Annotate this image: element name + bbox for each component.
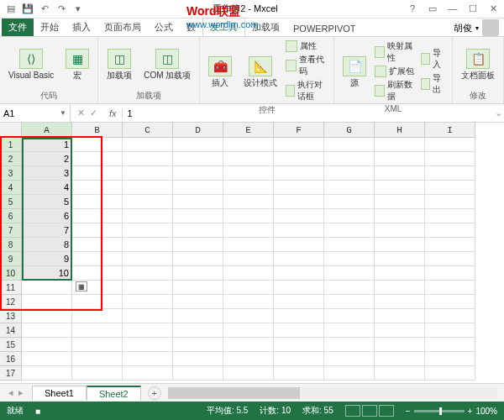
cell[interactable] — [123, 181, 173, 195]
cell[interactable] — [72, 309, 123, 323]
cell[interactable] — [123, 195, 173, 209]
cell[interactable] — [425, 352, 475, 366]
autofill-options-icon[interactable]: ▦ — [76, 281, 87, 291]
xml-source-button[interactable]: 📄源 — [339, 55, 370, 89]
properties-button[interactable]: 属性 — [286, 40, 328, 52]
cell[interactable] — [324, 152, 375, 166]
cell[interactable] — [324, 323, 375, 338]
tab-formulas[interactable]: 公式 — [148, 18, 180, 36]
zoom-out-icon[interactable]: − — [406, 407, 411, 416]
cell[interactable] — [173, 195, 223, 209]
sheet-tab-2[interactable]: Sheet2 — [87, 386, 141, 401]
zoom-slider[interactable] — [414, 410, 465, 412]
cell[interactable] — [72, 366, 123, 381]
cell[interactable]: 7 — [22, 223, 72, 238]
view-normal-icon[interactable] — [345, 405, 360, 417]
cell[interactable] — [173, 338, 223, 352]
document-panel-button[interactable]: 📋文档面板 — [458, 47, 498, 81]
cell[interactable] — [223, 223, 274, 238]
cells-area[interactable]: 12345678910 — [22, 138, 475, 381]
addins-button[interactable]: ◫加载项 — [103, 47, 135, 81]
cell[interactable] — [425, 223, 475, 238]
cell[interactable] — [173, 209, 223, 223]
cell[interactable] — [173, 238, 223, 252]
cell[interactable] — [223, 252, 274, 266]
row-headers[interactable]: 1234567891011121314151617 — [0, 138, 22, 381]
column-header[interactable]: I — [425, 123, 475, 138]
cell[interactable] — [22, 323, 72, 338]
spreadsheet-grid[interactable]: ABCDEFGHI 1234567891011121314151617 1234… — [0, 123, 504, 383]
cell[interactable] — [425, 266, 475, 281]
refresh-data-button[interactable]: 刷新数据 — [375, 79, 415, 102]
cell[interactable] — [425, 238, 475, 252]
cell[interactable] — [324, 266, 375, 281]
column-header[interactable]: D — [173, 123, 223, 138]
cell[interactable] — [274, 209, 324, 223]
name-box[interactable]: A1▼ — [0, 104, 71, 122]
cell[interactable] — [375, 209, 425, 223]
sheet-tab-1[interactable]: Sheet1 — [32, 386, 87, 400]
zoom-in-icon[interactable]: + — [468, 407, 473, 416]
cell[interactable] — [173, 366, 223, 381]
cell[interactable]: 5 — [22, 195, 72, 209]
cell[interactable] — [173, 223, 223, 238]
cell[interactable] — [425, 138, 475, 152]
tab-file[interactable]: 文件 — [2, 18, 34, 36]
macros-button[interactable]: ▦宏 — [62, 47, 92, 81]
run-dialog-button[interactable]: 执行对话框 — [286, 79, 328, 102]
user-name[interactable]: 胡俊 — [454, 22, 472, 34]
cell[interactable] — [72, 152, 123, 166]
cell[interactable] — [123, 166, 173, 181]
tab-powerpivot[interactable]: POWERPIVOT — [286, 21, 363, 36]
cell[interactable] — [72, 223, 123, 238]
cell[interactable] — [223, 323, 274, 338]
row-header[interactable]: 6 — [0, 209, 22, 223]
column-header[interactable]: B — [72, 123, 123, 138]
tab-insert[interactable]: 插入 — [66, 18, 97, 36]
tab-layout[interactable]: 页面布局 — [97, 18, 148, 36]
cell[interactable] — [223, 166, 274, 181]
cell[interactable] — [324, 252, 375, 266]
cell[interactable] — [274, 281, 324, 295]
cell[interactable] — [223, 181, 274, 195]
cell[interactable] — [223, 238, 274, 252]
redo-icon[interactable]: ↷ — [55, 3, 67, 15]
import-button[interactable]: 导入 — [421, 47, 447, 71]
undo-icon[interactable]: ↶ — [39, 3, 50, 15]
cell[interactable]: 3 — [22, 166, 72, 181]
cell[interactable] — [72, 323, 123, 338]
cell[interactable] — [375, 309, 425, 323]
cell[interactable] — [72, 209, 123, 223]
cell[interactable] — [223, 281, 274, 295]
cell[interactable] — [173, 138, 223, 152]
cell[interactable] — [375, 281, 425, 295]
row-header[interactable]: 10 — [0, 266, 22, 281]
cell[interactable] — [72, 352, 123, 366]
view-code-button[interactable]: 查看代码 — [286, 54, 328, 77]
cell[interactable] — [375, 181, 425, 195]
horizontal-scrollbar[interactable] — [168, 387, 497, 399]
cell[interactable] — [173, 166, 223, 181]
cell[interactable] — [425, 166, 475, 181]
cell[interactable] — [274, 252, 324, 266]
cell[interactable] — [123, 323, 173, 338]
cell[interactable] — [425, 152, 475, 166]
cell[interactable] — [72, 338, 123, 352]
cell[interactable] — [22, 309, 72, 323]
cell[interactable] — [123, 238, 173, 252]
cell[interactable] — [123, 252, 173, 266]
qat-customize-icon[interactable]: ▾ — [72, 3, 84, 15]
cell[interactable] — [375, 338, 425, 352]
map-properties-button[interactable]: 映射属性 — [375, 40, 415, 64]
row-header[interactable]: 13 — [0, 309, 22, 323]
cell[interactable] — [173, 281, 223, 295]
cell[interactable] — [123, 223, 173, 238]
cell[interactable] — [425, 295, 475, 309]
maximize-icon[interactable]: ☐ — [467, 3, 479, 15]
row-header[interactable]: 3 — [0, 166, 22, 181]
cell[interactable] — [123, 338, 173, 352]
cell[interactable] — [223, 138, 274, 152]
cell[interactable] — [223, 266, 274, 281]
macro-record-icon[interactable]: ■ — [35, 407, 40, 416]
cell[interactable]: 4 — [22, 181, 72, 195]
